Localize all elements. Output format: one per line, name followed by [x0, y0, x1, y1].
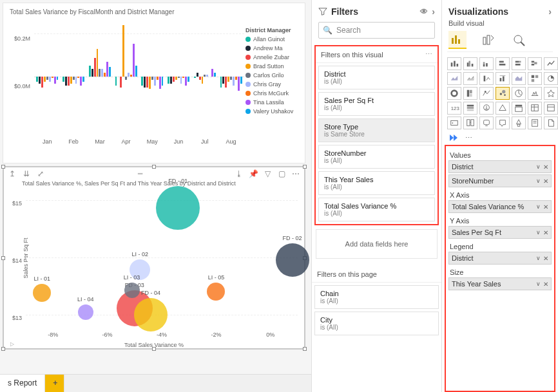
bubble[interactable] [207, 283, 225, 301]
svg-rect-27 [532, 75, 534, 78]
viz-type-icon[interactable] [512, 87, 526, 100]
remove-icon[interactable]: ✕ [543, 163, 548, 171]
viz-type-icon[interactable] [544, 102, 558, 115]
viz-type-icon[interactable] [447, 87, 461, 100]
power-automate-icon[interactable] [448, 133, 459, 142]
viz-type-icon[interactable] [512, 102, 526, 115]
viz-type-icon[interactable] [544, 87, 558, 100]
export-icon[interactable]: ⭳ [235, 169, 244, 178]
filter-card[interactable]: Cityis (All) [314, 312, 439, 335]
collapse-icon[interactable]: › [548, 6, 552, 17]
well-yaxis[interactable]: Sales Per Sq Ft∨✕ [448, 226, 552, 239]
remove-icon[interactable]: ✕ [543, 255, 548, 262]
viz-type-icon[interactable] [528, 72, 542, 85]
legend-item[interactable]: Chris McGurk [245, 89, 302, 98]
report-canvas[interactable]: Total Sales Variance by FiscalMonth and … [0, 0, 311, 392]
remove-icon[interactable]: ✕ [543, 229, 548, 236]
viz-type-icon[interactable] [463, 102, 477, 115]
more-visuals-icon[interactable]: ⋯ [463, 134, 472, 142]
svg-rect-47 [532, 105, 539, 111]
add-fields-dropzone[interactable]: Add data fields here [316, 229, 438, 259]
well-values-storenumber[interactable]: StoreNumber∨✕ [448, 174, 552, 187]
viz-type-icon[interactable] [544, 117, 558, 129]
focus-icon[interactable]: ▢ [277, 169, 286, 178]
viz-type-icon[interactable] [479, 57, 494, 70]
viz-type-icon[interactable] [512, 117, 526, 129]
legend-item[interactable]: Valery Ushakov [245, 107, 302, 116]
filter-card[interactable]: Store Typeis Same Store [318, 118, 435, 142]
viz-type-icon[interactable] [512, 72, 526, 85]
format-visual-tab[interactable] [479, 31, 497, 49]
viz-type-icon[interactable] [512, 57, 526, 70]
filter-card[interactable]: This Year Salesis (All) [318, 171, 435, 195]
viz-type-icon[interactable] [544, 72, 558, 85]
viz-type-icon[interactable] [463, 72, 477, 85]
well-legend[interactable]: District∨✕ [448, 252, 552, 265]
remove-icon[interactable]: ✕ [543, 203, 548, 210]
viz-type-icon[interactable] [479, 102, 494, 115]
viz-type-icon[interactable] [495, 102, 510, 115]
drill-down-icon[interactable]: ⇊ [22, 169, 31, 178]
bubble[interactable] [134, 298, 168, 331]
visualization-type-grid: 123 [442, 52, 558, 132]
legend-item[interactable]: Carlos Grilo [245, 71, 302, 80]
svg-rect-8 [454, 61, 456, 67]
legend-item[interactable]: Allan Guinot [245, 35, 302, 44]
filter-card[interactable]: Sales Per Sq Ftis (All) [318, 92, 435, 116]
bubble[interactable] [156, 186, 200, 230]
filter-card[interactable]: Total Sales Variance %is (All) [318, 198, 435, 221]
search-input[interactable]: 🔍 Search [318, 22, 435, 39]
legend-item[interactable]: Tina Lassila [245, 98, 302, 107]
bubble[interactable] [276, 243, 309, 277]
viz-type-icon[interactable]: 123 [447, 102, 461, 115]
eye-icon[interactable]: 👁 [420, 7, 428, 16]
viz-type-icon[interactable] [528, 117, 542, 129]
viz-type-icon[interactable] [479, 72, 494, 85]
viz-type-icon[interactable] [447, 57, 461, 70]
bar-chart-visual[interactable]: Total Sales Variance by FiscalMonth and … [3, 3, 305, 163]
pin-icon[interactable]: 📌 [249, 169, 258, 178]
viz-type-icon[interactable] [495, 87, 510, 100]
play-axis-icon[interactable]: ▷ [10, 341, 14, 347]
viz-type-icon[interactable] [528, 87, 542, 100]
legend-item[interactable]: Andrew Ma [245, 44, 302, 53]
viz-type-icon[interactable] [528, 102, 542, 115]
filter-card[interactable]: Chainis (All) [314, 285, 439, 309]
drill-up-icon[interactable]: ↥ [8, 169, 17, 178]
viz-type-icon[interactable] [463, 87, 477, 100]
analytics-tab[interactable] [510, 31, 528, 49]
viz-type-icon[interactable] [544, 57, 558, 70]
viz-type-icon[interactable] [447, 72, 461, 85]
viz-type-icon[interactable] [479, 87, 494, 100]
viz-type-icon[interactable] [528, 57, 542, 70]
viz-type-icon[interactable] [463, 57, 477, 70]
legend-item[interactable]: Annelie Zubar [245, 53, 302, 62]
legend-item[interactable]: Brad Sutton [245, 62, 302, 71]
viz-type-icon[interactable] [463, 117, 477, 129]
remove-icon[interactable]: ✕ [543, 281, 548, 288]
tab-add[interactable]: + [45, 375, 64, 392]
viz-type-icon[interactable] [479, 117, 494, 129]
well-values-district[interactable]: District∨✕ [448, 160, 552, 173]
remove-icon[interactable]: ✕ [543, 178, 548, 185]
scatter-chart-visual[interactable]: ↥ ⇊ ⤢ ━ ⭳ 📌 ▽ ▢ ⋯ Total Sales Variance %… [3, 166, 305, 350]
bubble[interactable] [124, 283, 140, 298]
tab-report[interactable]: s Report [0, 375, 45, 392]
expand-icon[interactable]: ⤢ [36, 169, 45, 178]
bubble[interactable] [33, 284, 51, 302]
viz-type-icon[interactable] [495, 57, 510, 70]
more-icon[interactable]: ⋯ [291, 169, 300, 178]
viz-type-icon[interactable] [495, 72, 510, 85]
well-size[interactable]: This Year Sales∨✕ [448, 277, 552, 290]
build-visual-tab[interactable] [448, 31, 467, 49]
collapse-icon[interactable]: › [432, 6, 435, 17]
filter-icon[interactable]: ▽ [263, 169, 272, 178]
legend-item[interactable]: Chris Gray [245, 80, 302, 89]
viz-type-icon[interactable] [495, 117, 510, 129]
viz-type-icon[interactable] [447, 117, 461, 129]
more-icon[interactable]: ⋯ [425, 50, 432, 59]
bubble[interactable] [78, 304, 93, 320]
filter-card[interactable]: StoreNumberis (All) [318, 145, 435, 169]
well-xaxis[interactable]: Total Sales Variance %∨✕ [448, 200, 552, 213]
filter-card[interactable]: Districtis (All) [318, 66, 435, 89]
